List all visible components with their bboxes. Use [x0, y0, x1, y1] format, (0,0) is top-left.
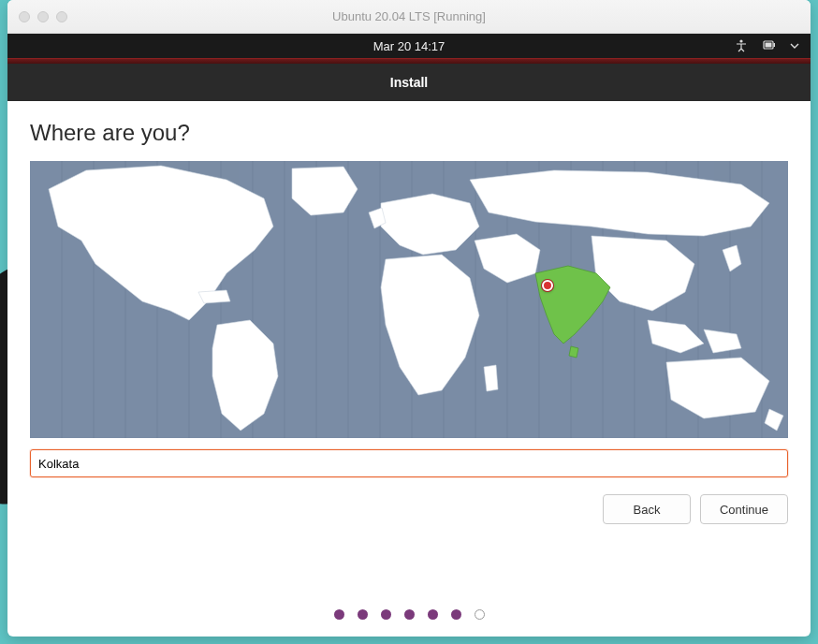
- maximize-window-button[interactable]: [56, 11, 67, 22]
- pager-dot: [381, 609, 391, 620]
- accessibility-icon[interactable]: [734, 37, 749, 55]
- vm-titlebar: Ubuntu 20.04 LTS [Running]: [7, 0, 811, 34]
- svg-point-0: [739, 39, 742, 42]
- pager-dot: [334, 609, 344, 620]
- battery-icon[interactable]: [762, 37, 777, 55]
- back-button[interactable]: Back: [603, 494, 691, 524]
- svg-rect-2: [774, 43, 776, 47]
- gnome-topbar: Mar 20 14:17: [7, 34, 811, 58]
- continue-button[interactable]: Continue: [700, 494, 788, 524]
- installer-header: Install: [7, 64, 811, 101]
- pager-dot: [428, 609, 438, 620]
- topbar-datetime[interactable]: Mar 20 14:17: [373, 39, 446, 53]
- pager-dot-upcoming: [475, 609, 485, 620]
- installer-content: Where are you?: [7, 101, 811, 541]
- close-window-button[interactable]: [19, 11, 30, 22]
- button-row: Back Continue: [30, 494, 788, 524]
- vm-window: Ubuntu 20.04 LTS [Running] Mar 20 14:17 …: [7, 0, 811, 637]
- installer-header-title: Install: [390, 75, 428, 90]
- timezone-map[interactable]: [30, 161, 788, 438]
- progress-pager: [7, 609, 811, 620]
- pager-dot: [358, 609, 368, 620]
- chevron-down-icon[interactable]: [790, 39, 799, 53]
- window-controls: [19, 11, 67, 22]
- timezone-input[interactable]: [30, 449, 788, 477]
- topbar-status-area[interactable]: [734, 37, 799, 55]
- pager-dot: [451, 609, 461, 620]
- svg-rect-3: [766, 42, 772, 47]
- page-title: Where are you?: [30, 120, 788, 146]
- minimize-window-button[interactable]: [37, 11, 49, 22]
- pager-dot: [404, 609, 415, 620]
- vm-window-title: Ubuntu 20.04 LTS [Running]: [7, 9, 811, 23]
